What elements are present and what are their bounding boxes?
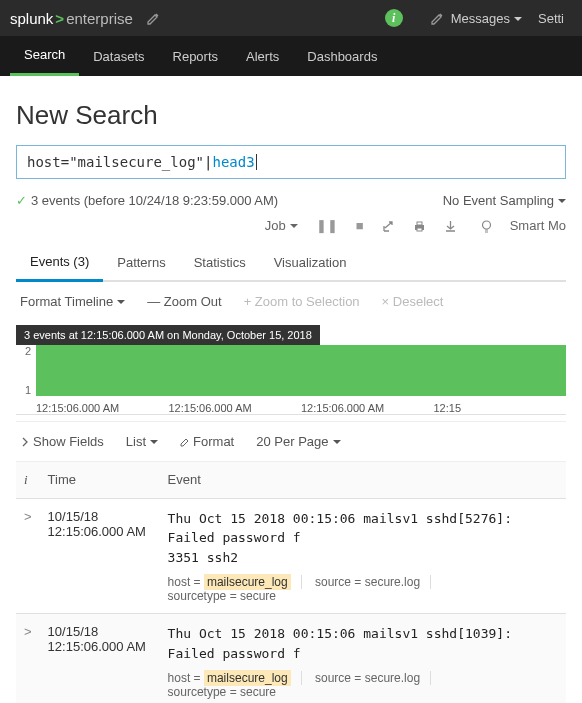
nav-search[interactable]: Search (10, 36, 79, 76)
zoom-out-button[interactable]: — Zoom Out (147, 294, 221, 309)
event-raw[interactable]: Thu Oct 15 2018 00:15:06 mailsv1 sshd[10… (168, 624, 558, 663)
zoom-selection-button: + Zoom to Selection (244, 294, 360, 309)
tab-visualization[interactable]: Visualization (260, 245, 361, 280)
status-text: 3 events (before 10/24/18 9:23:59.000 AM… (31, 193, 278, 208)
brand-gt-icon: > (55, 10, 64, 27)
search-input[interactable]: host="mailsecure_log" | head 3 (16, 145, 566, 179)
timeline-yaxis: 2 1 (16, 345, 34, 396)
tab-statistics[interactable]: Statistics (180, 245, 260, 280)
table-row: > 10/15/18 12:15:06.000 AM Thu Oct 15 20… (16, 498, 566, 614)
col-info: i (16, 462, 40, 499)
check-icon: ✓ (16, 193, 27, 208)
nav-alerts[interactable]: Alerts (232, 36, 293, 76)
tab-events[interactable]: Events (3) (16, 244, 103, 282)
messages-menu[interactable]: Messages (451, 11, 522, 26)
info-icon[interactable]: i (385, 9, 403, 27)
event-time: 12:15:06.000 AM (48, 524, 152, 539)
y-tick-1: 1 (25, 384, 31, 396)
svg-rect-2 (417, 228, 422, 231)
edit-icon-2[interactable] (431, 11, 443, 26)
share-icon[interactable] (382, 218, 395, 233)
event-date: 10/15/18 (48, 509, 152, 524)
sampling-dropdown[interactable]: No Event Sampling (443, 193, 566, 208)
list-controls: Show Fields List Format 20 Per Page (16, 421, 566, 462)
global-topbar: splunk > enterprise i Messages Setti (0, 0, 582, 36)
search-text-host: host="mailsecure_log" (27, 154, 204, 170)
x-tick: 12:15:06.000 AM (169, 402, 302, 414)
settings-menu[interactable]: Setti (538, 11, 564, 26)
list-dropdown[interactable]: List (126, 434, 158, 449)
nav-reports[interactable]: Reports (159, 36, 233, 76)
x-tick: 12:15 (434, 402, 567, 414)
lightbulb-icon (481, 218, 492, 234)
search-text-pipe: | (204, 154, 212, 170)
svg-point-3 (482, 221, 490, 229)
status-row: ✓ 3 events (before 10/24/18 9:23:59.000 … (16, 193, 566, 208)
timeline-bar[interactable] (36, 345, 566, 396)
x-tick: 12:15:06.000 AM (301, 402, 434, 414)
stop-icon[interactable]: ■ (356, 218, 364, 233)
edit-icon[interactable] (147, 11, 159, 26)
event-date: 10/15/18 (48, 624, 152, 639)
nav-dashboards[interactable]: Dashboards (293, 36, 391, 76)
timeline-xaxis: 12:15:06.000 AM 12:15:06.000 AM 12:15:06… (36, 402, 566, 414)
search-text-num: 3 (246, 154, 254, 170)
field-host[interactable]: host = mailsecure_log (168, 671, 302, 685)
page-title: New Search (16, 100, 566, 131)
brand-logo[interactable]: splunk > enterprise (10, 10, 133, 27)
timeline-chart[interactable]: 3 events at 12:15:06.000 AM on Monday, O… (16, 325, 566, 415)
brand-right: enterprise (66, 10, 133, 27)
field-source[interactable]: source = secure.log (315, 575, 431, 589)
brand-left: splunk (10, 10, 53, 27)
format-button[interactable]: Format (180, 434, 234, 449)
job-menu[interactable]: Job (265, 218, 298, 233)
expand-icon[interactable]: > (24, 509, 32, 524)
print-icon[interactable] (413, 218, 426, 233)
perpage-dropdown[interactable]: 20 Per Page (256, 434, 340, 449)
text-cursor (256, 154, 257, 170)
format-timeline-dropdown[interactable]: Format Timeline (20, 294, 125, 309)
event-fields: host = mailsecure_log source = secure.lo… (168, 575, 558, 603)
search-text-cmd: head (212, 154, 246, 170)
col-event: Event (160, 462, 566, 499)
timeline-controls: Format Timeline — Zoom Out + Zoom to Sel… (16, 282, 566, 321)
show-fields-button[interactable]: Show Fields (20, 434, 104, 449)
tab-patterns[interactable]: Patterns (103, 245, 179, 280)
field-sourcetype[interactable]: sourcetype = secure (168, 685, 286, 699)
event-raw[interactable]: Thu Oct 15 2018 00:15:06 mailsv1 sshd[52… (168, 509, 558, 568)
app-navbar: Search Datasets Reports Alerts Dashboard… (0, 36, 582, 76)
nav-datasets[interactable]: Datasets (79, 36, 158, 76)
field-host[interactable]: host = mailsecure_log (168, 575, 302, 589)
y-tick-2: 2 (25, 345, 31, 357)
table-row: > 10/15/18 12:15:06.000 AM Thu Oct 15 20… (16, 614, 566, 703)
field-source[interactable]: source = secure.log (315, 671, 431, 685)
expand-icon[interactable]: > (24, 624, 32, 639)
job-toolbar: Job ❚❚ ■ Smart Mo (16, 208, 566, 240)
event-time: 12:15:06.000 AM (48, 639, 152, 654)
x-tick: 12:15:06.000 AM (36, 402, 169, 414)
timeline-tooltip: 3 events at 12:15:06.000 AM on Monday, O… (16, 325, 320, 345)
field-sourcetype[interactable]: sourcetype = secure (168, 589, 286, 603)
pause-icon[interactable]: ❚❚ (316, 218, 338, 233)
download-icon[interactable] (444, 218, 457, 233)
result-tabs: Events (3) Patterns Statistics Visualiza… (16, 244, 566, 282)
deselect-button: × Deselect (382, 294, 444, 309)
smart-mode[interactable]: Smart Mo (510, 218, 566, 233)
events-table: i Time Event > 10/15/18 12:15:06.000 AM … (16, 462, 566, 703)
svg-rect-1 (417, 222, 422, 225)
col-time[interactable]: Time (40, 462, 160, 499)
event-fields: host = mailsecure_log source = secure.lo… (168, 671, 558, 699)
